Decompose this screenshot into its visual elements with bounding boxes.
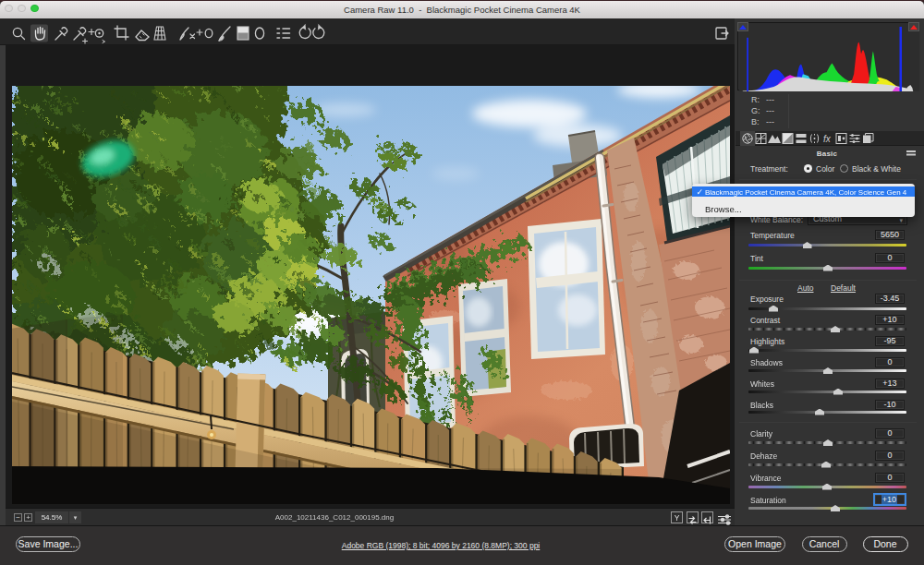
svg-text:fx: fx	[823, 134, 832, 144]
